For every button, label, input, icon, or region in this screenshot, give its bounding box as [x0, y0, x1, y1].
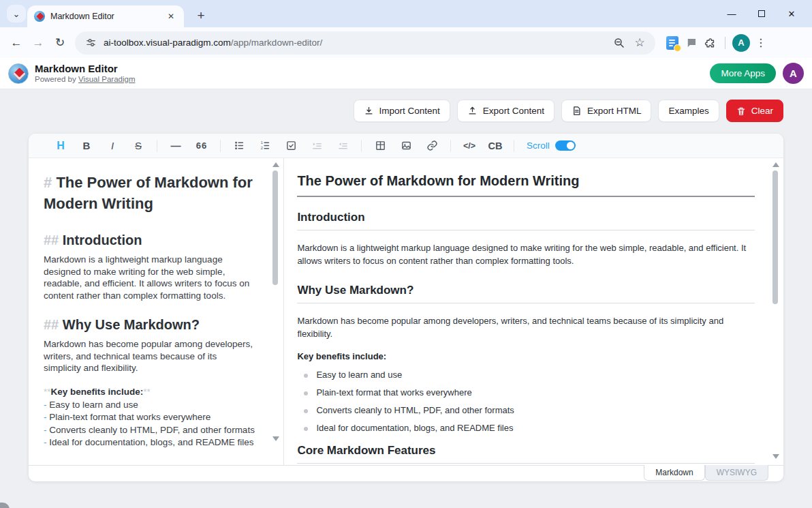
- browser-tab-strip: ⌄ Markdown Editor ✕ + — ✕: [0, 0, 812, 27]
- extensions-puzzle-icon[interactable]: [703, 35, 718, 50]
- source-list-item: - Easy to learn and use: [44, 399, 256, 412]
- editor-panes: # The Power of Markdown for Modern Writi…: [29, 158, 783, 465]
- source-h2: ## Why Use Markdown?: [44, 316, 256, 333]
- strikethrough-button[interactable]: S: [128, 137, 149, 155]
- scroll-down-icon[interactable]: [772, 454, 779, 459]
- tab-search-button[interactable]: ⌄: [7, 5, 26, 23]
- tab-wysiwyg[interactable]: WYSIWYG: [705, 465, 768, 481]
- ordered-list-button[interactable]: 1 2: [255, 137, 275, 155]
- scrollbar-thumb[interactable]: [272, 170, 278, 285]
- comment-extension-icon[interactable]: [684, 35, 699, 50]
- heading-button[interactable]: H: [50, 137, 71, 155]
- maximize-icon: [758, 10, 765, 17]
- maximize-button[interactable]: [747, 0, 777, 27]
- task-list-button[interactable]: [281, 137, 301, 155]
- browser-window: ⌄ Markdown Editor ✕ + — ✕ ← → ↻ ai-toolb…: [0, 0, 812, 508]
- indent-icon: [311, 140, 323, 151]
- mode-tabs: Markdown WYSIWYG: [644, 465, 768, 481]
- scroll-label: Scroll: [527, 140, 550, 151]
- download-icon: [364, 106, 374, 116]
- upload-icon: [467, 106, 478, 116]
- import-content-button[interactable]: Import Content: [354, 100, 450, 122]
- dash-marker: -: [44, 425, 47, 435]
- clear-label: Clear: [751, 106, 773, 116]
- scrollbar-thumb[interactable]: [772, 170, 778, 304]
- scroll-sync-control[interactable]: Scroll: [527, 140, 576, 151]
- visual-paradigm-link[interactable]: Visual Paradigm: [78, 75, 136, 83]
- powered-by-prefix: Powered by: [35, 75, 78, 83]
- export-html-button[interactable]: Export HTML: [561, 100, 652, 122]
- chevron-down-icon: ⌄: [13, 9, 20, 19]
- clear-button[interactable]: Clear: [726, 100, 783, 122]
- source-scrollbar[interactable]: [271, 161, 279, 462]
- browser-menu-icon[interactable]: ⋮: [754, 36, 768, 49]
- url-text: ai-toolbox.visual-paradigm.com/app/markd…: [104, 38, 606, 48]
- url-path: /app/markdown-editor/: [231, 38, 322, 48]
- benefits-heading-text: Key benefits include:: [51, 387, 144, 397]
- indent-button[interactable]: [307, 137, 327, 155]
- browser-profile-avatar[interactable]: A: [732, 34, 750, 52]
- import-content-label: Import Content: [379, 106, 440, 116]
- zoom-out-icon[interactable]: [612, 35, 627, 50]
- source-intro-text: Markdown is a lightweight markup languag…: [44, 254, 256, 301]
- site-settings-icon[interactable]: [83, 35, 98, 50]
- more-apps-button[interactable]: More Apps: [710, 63, 776, 83]
- browser-tab[interactable]: Markdown Editor ✕: [27, 5, 184, 27]
- outdent-button[interactable]: [332, 137, 353, 155]
- preview-scrollbar[interactable]: [771, 161, 779, 462]
- code-block-button[interactable]: CB: [485, 137, 505, 155]
- file-icon: [572, 106, 582, 116]
- examples-button[interactable]: Examples: [658, 100, 719, 122]
- reload-button[interactable]: ↻: [49, 32, 71, 54]
- tab-close-icon[interactable]: ✕: [165, 10, 177, 23]
- markdown-editor-panel: H B I S — 66 1 2: [29, 134, 783, 481]
- back-button[interactable]: ←: [5, 32, 27, 54]
- preview-h2: Why Use Markdown?: [297, 284, 755, 303]
- source-list-item: - Converts cleanly to HTML, PDF, and oth…: [44, 424, 256, 437]
- scroll-down-icon[interactable]: [272, 436, 279, 441]
- docs-offline-extension-icon[interactable]: [665, 35, 680, 50]
- link-icon: [426, 140, 438, 151]
- bookmark-star-icon[interactable]: ☆: [632, 35, 647, 50]
- app-titles: Markdown Editor Powered by Visual Paradi…: [35, 63, 135, 85]
- scroll-toggle[interactable]: [555, 140, 576, 151]
- new-tab-button[interactable]: +: [192, 7, 210, 25]
- source-list-item: - Ideal for documentation, blogs, and RE…: [44, 436, 256, 449]
- table-button[interactable]: [370, 137, 390, 155]
- markdown-source-pane[interactable]: # The Power of Markdown for Modern Writi…: [29, 158, 283, 465]
- bold-button[interactable]: B: [76, 137, 97, 155]
- page-body: Import Content Export Content Export HTM…: [0, 89, 812, 508]
- list-item: Ideal for documentation, blogs, and READ…: [304, 423, 755, 433]
- tab-markdown[interactable]: Markdown: [644, 465, 704, 481]
- link-button[interactable]: [422, 137, 442, 155]
- floating-corner-widget[interactable]: [0, 503, 10, 508]
- address-bar[interactable]: ai-toolbox.visual-paradigm.com/app/markd…: [75, 31, 655, 55]
- browser-toolbar: ← → ↻ ai-toolbox.visual-paradigm.com/app…: [0, 27, 812, 58]
- blockquote-button[interactable]: 66: [191, 137, 212, 155]
- document-actions: Import Content Export Content Export HTM…: [354, 100, 783, 122]
- image-button[interactable]: [396, 137, 416, 155]
- scroll-up-icon[interactable]: [272, 162, 279, 167]
- preview-pane: The Power of Markdown for Modern Writing…: [283, 158, 783, 465]
- horizontal-rule-button[interactable]: —: [166, 137, 186, 155]
- benefit-text: Plain-text format that works everywhere: [49, 412, 210, 422]
- bullet-list-button[interactable]: [229, 137, 249, 155]
- toolbar-separator: [514, 140, 514, 152]
- preview-benefits-list: Easy to learn and use Plain-text format …: [297, 370, 755, 433]
- forward-button[interactable]: →: [27, 32, 49, 54]
- minimize-button[interactable]: —: [717, 0, 747, 27]
- source-h2: ## Introduction: [44, 232, 256, 249]
- user-avatar[interactable]: A: [783, 63, 804, 84]
- h2-marker: ##: [44, 317, 59, 332]
- ordered-list-icon: 1 2: [260, 140, 271, 151]
- toolbar-separator: [220, 140, 221, 152]
- export-html-label: Export HTML: [587, 106, 642, 116]
- export-content-button[interactable]: Export Content: [457, 100, 555, 122]
- h1-marker: #: [44, 174, 52, 191]
- close-window-button[interactable]: ✕: [777, 0, 807, 27]
- inline-code-button[interactable]: </>: [459, 137, 480, 155]
- italic-button[interactable]: I: [102, 137, 123, 155]
- export-content-label: Export Content: [483, 106, 544, 116]
- svg-text:1: 1: [260, 140, 262, 145]
- scroll-up-icon[interactable]: [772, 162, 779, 167]
